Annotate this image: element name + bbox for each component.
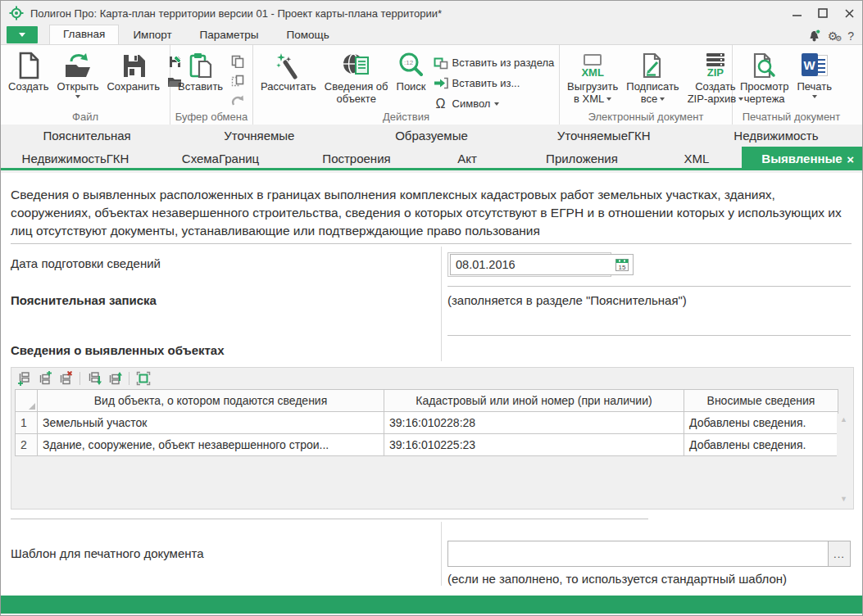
menu-tab-parametry[interactable]: Параметры — [186, 26, 273, 44]
move-row-down-button[interactable] — [85, 370, 103, 387]
scroll-up-icon[interactable]: ▲ — [840, 415, 847, 424]
copy-icon — [231, 55, 244, 68]
export-xml-button[interactable]: XML Выгрузить в XML — [563, 48, 622, 107]
add-row-button[interactable] — [16, 370, 34, 387]
move-down-icon — [87, 371, 102, 386]
create-button[interactable]: Создать — [4, 48, 52, 95]
settings-gear-icon[interactable]: ⚙⚙ — [828, 30, 838, 42]
template-field: ... — [447, 541, 851, 567]
cell-number[interactable]: 39:16:010228:28 — [384, 412, 684, 434]
cell-kind[interactable]: Здание, сооружение, объект незавершенног… — [38, 434, 384, 456]
tab-shema-granits[interactable]: СхемаГраниц — [150, 147, 291, 170]
zip-archive-icon — [706, 53, 724, 66]
drawing-preview-button[interactable]: Просмотр чертежа — [736, 48, 793, 107]
tab-akt[interactable]: Акт — [422, 147, 512, 170]
close-icon — [845, 9, 854, 18]
date-label: Дата подготовки сведений — [11, 256, 161, 270]
tab-label: Выявленные — [761, 152, 842, 165]
menu-bar: Главная Импорт Параметры Помощь ⚙⚙ ? — [1, 25, 862, 44]
chevron-down-icon — [606, 97, 611, 101]
chevron-down-icon — [812, 95, 817, 98]
date-input[interactable] — [451, 258, 614, 271]
menu-tab-import[interactable]: Импорт — [119, 26, 185, 44]
cell-info[interactable]: Добавлены сведения. — [684, 412, 838, 434]
scroll-down-icon[interactable]: ▼ — [840, 495, 847, 503]
insert-from-section-icon — [434, 56, 448, 70]
close-button[interactable] — [836, 1, 862, 25]
move-row-up-button[interactable] — [106, 370, 124, 387]
table-toolbar — [11, 368, 853, 389]
print-button[interactable]: W Печать — [793, 48, 836, 101]
symbol-label: Символ — [452, 97, 491, 110]
open-folder-icon — [63, 52, 93, 79]
sign-document-icon — [639, 52, 665, 79]
object-info-button[interactable]: Сведения об объекте — [320, 48, 393, 107]
tab-label: Недвижимость — [734, 129, 818, 143]
menu-tab-label: Импорт — [133, 29, 171, 41]
insert-from-section-label: Вставить из раздела — [452, 57, 555, 69]
table-scrollbar[interactable]: ▲ ▼ — [837, 414, 851, 505]
tab-vyyavlennye-active[interactable]: Выявленные × — [742, 147, 862, 170]
save-button[interactable]: Сохранить — [102, 48, 164, 95]
tab-postroeniya[interactable]: Построения — [291, 147, 422, 170]
window-title: Полигон Про: Карта-план территории верси… — [30, 7, 442, 20]
help-icon[interactable]: ? — [843, 29, 854, 43]
insert-from-section-button[interactable]: Вставить из раздела — [434, 53, 555, 72]
tab-obrazuemye[interactable]: Образуемые — [345, 125, 517, 147]
create-zip-label-line1: Создать — [695, 80, 735, 93]
table-corner-cell[interactable] — [16, 390, 38, 412]
chevron-down-icon — [75, 95, 80, 98]
object-info-label-line1: Сведения об — [325, 80, 388, 93]
tab-label: Уточняемые — [224, 129, 294, 143]
browse-button[interactable]: ... — [828, 541, 850, 566]
cell-kind[interactable]: Земельный участок — [38, 412, 384, 434]
tab-poyasnitelnaya[interactable]: Пояснительная — [1, 125, 173, 147]
tab-xml[interactable]: XML — [652, 147, 742, 170]
expand-table-button[interactable] — [134, 370, 152, 387]
sign-all-button[interactable]: Подписать все — [622, 48, 683, 107]
status-bar — [1, 596, 862, 614]
paste-button[interactable]: Вставить — [174, 48, 227, 95]
section-tabs-row2: НедвижимостьГКН СхемаГраниц Построения А… — [1, 147, 862, 170]
cell-info[interactable]: Добавлены сведения. — [684, 434, 838, 456]
tab-close-icon[interactable]: × — [847, 152, 854, 165]
template-input[interactable] — [448, 541, 828, 566]
insert-row-button[interactable] — [36, 370, 54, 387]
calendar-icon[interactable]: 15 — [614, 256, 630, 273]
undo-arrow-icon — [230, 94, 245, 107]
menu-tab-glavnaya[interactable]: Главная — [49, 25, 119, 44]
export-xml-label-line2: в XML — [574, 93, 604, 105]
column-header-info[interactable]: Вносимые сведения — [684, 390, 838, 412]
row-number: 2 — [16, 434, 38, 456]
tab-label: СхемаГраниц — [182, 152, 259, 165]
paste-special-button[interactable] — [229, 73, 247, 89]
maximize-button[interactable] — [810, 1, 836, 25]
notifications-bell-icon[interactable] — [807, 29, 823, 43]
tab-utochnyaemye[interactable]: Уточняемые — [173, 125, 345, 147]
table-row[interactable]: 1 Земельный участок 39:16:010228:28 Доба… — [16, 412, 838, 434]
section-tabs-row1: Пояснительная Уточняемые Образуемые Уточ… — [1, 125, 862, 147]
column-header-kind[interactable]: Вид объекта, о котором подаются сведения — [38, 390, 384, 412]
search-button[interactable]: :12 Поиск — [393, 48, 430, 95]
menu-tab-pomosch[interactable]: Помощь — [273, 26, 343, 44]
column-header-number[interactable]: Кадастровый или иной номер (при наличии) — [384, 390, 684, 412]
tab-prilozheniya[interactable]: Приложения — [512, 147, 652, 170]
open-button[interactable]: Открыть — [52, 48, 102, 101]
print-label: Печать — [797, 80, 832, 93]
objects-table-panel: Вид объекта, о котором подаются сведения… — [11, 367, 854, 510]
delete-row-button[interactable] — [57, 370, 75, 387]
tab-nedvizhimost-gkn[interactable]: НедвижимостьГКН — [1, 147, 150, 170]
undo-button[interactable] — [229, 93, 247, 109]
table-row[interactable]: 2 Здание, сооружение, объект незавершенн… — [16, 434, 838, 456]
cell-number[interactable]: 39:16:010225:23 — [384, 434, 684, 456]
omega-icon: Ω — [434, 97, 448, 111]
tab-nedvizhimost[interactable]: Недвижимость — [690, 125, 862, 147]
minimize-button[interactable] — [784, 1, 810, 25]
corner-triangle-icon — [29, 403, 35, 410]
objects-label: Сведения о выявленных объектах — [11, 343, 225, 357]
app-menu-button[interactable] — [7, 26, 38, 43]
copy-button[interactable] — [229, 53, 247, 70]
calculate-button[interactable]: Рассчитать — [257, 48, 320, 95]
tab-utochnyaemye-gkn[interactable]: УточняемыеГКН — [518, 125, 690, 147]
insert-from-button[interactable]: Вставить из... — [434, 74, 555, 93]
